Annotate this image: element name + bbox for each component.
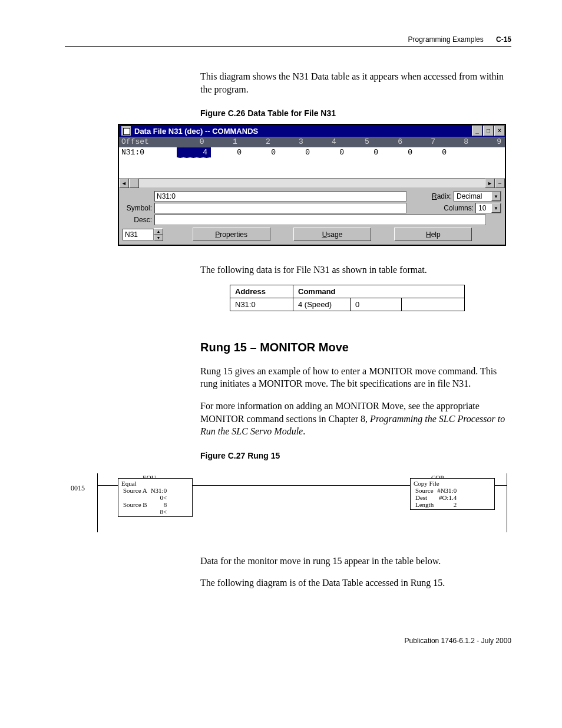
symbol-label: Symbol:: [123, 204, 154, 212]
para1: Rung 15 gives an example of how to enter…: [200, 365, 511, 390]
after-fig26-text: The following data is for File N31 as sh…: [200, 263, 511, 276]
header-section: Programming Examples: [408, 35, 484, 44]
window-title: Data File N31 (dec) -- COMMANDS: [133, 127, 471, 136]
grid-cell-selected[interactable]: 4: [177, 147, 211, 158]
symbol-field[interactable]: [154, 203, 406, 213]
desc-field[interactable]: [154, 215, 486, 225]
command-table: Address Command N31:0 4 (Speed) 0: [230, 285, 465, 311]
dropdown-arrow-icon: ▼: [491, 192, 501, 201]
grid-body: N31:0 4 0 0 0 0 0 0 0: [119, 147, 505, 178]
intro-text: This diagram shows the N31 Data table as…: [200, 70, 511, 95]
table-row: N31:0 4 (Speed) 0: [230, 298, 465, 311]
spin-up-icon[interactable]: ▲: [154, 228, 163, 235]
th-command: Command: [293, 285, 465, 298]
desc-label: Desc:: [123, 216, 154, 224]
figure-c27-caption: Figure C.27 Rung 15: [200, 451, 511, 460]
window-titlebar: Data File N31 (dec) -- COMMANDS _ □ ×: [119, 125, 505, 137]
section-heading: Rung 15 – MONITOR Move: [200, 341, 511, 354]
minimize-button[interactable]: _: [472, 126, 482, 136]
data-file-window: Data File N31 (dec) -- COMMANDS _ □ × Of…: [118, 124, 506, 246]
address-field[interactable]: N31:0: [154, 191, 406, 202]
equ-block: Equal Source AN31:0 0< Source B8 8<: [118, 478, 193, 517]
spin-down-icon[interactable]: ▼: [154, 235, 163, 241]
header-pagenum: C-15: [496, 35, 511, 44]
scroll-right-button[interactable]: ►: [485, 179, 495, 188]
close-button[interactable]: ×: [494, 126, 505, 136]
figure-c26-caption: Figure C.26 Data Table for File N31: [200, 108, 511, 118]
left-rail: [97, 473, 98, 532]
para2: For more information on adding an MONITO…: [200, 400, 511, 438]
page-header: Programming Examples C-15: [65, 35, 511, 47]
after-ladder-2: The following diagram is of the Data Tab…: [200, 577, 511, 589]
scroll-left-button[interactable]: ◄: [119, 179, 129, 188]
rung-number: 0015: [71, 484, 85, 493]
maximize-button[interactable]: □: [483, 126, 494, 136]
after-ladder-1: Data for the monitor move in rung 15 app…: [200, 555, 511, 568]
horizontal-scrollbar[interactable]: ◄ ► –: [119, 178, 505, 188]
grid-header-row: Offset 0 1 2 3 4 5 6 7 8 9: [119, 137, 505, 147]
cop-block: Copy File Source#N31:0 Dest#O:1.4 Length…: [410, 478, 495, 510]
right-rail: [507, 473, 507, 532]
file-field[interactable]: N31: [123, 229, 154, 241]
window-icon: [121, 126, 131, 136]
th-address: Address: [230, 285, 293, 298]
columns-select[interactable]: 10 ▼: [475, 203, 501, 213]
usage-button[interactable]: Usage: [293, 228, 371, 241]
scroll-track[interactable]: [139, 179, 485, 187]
radix-label: Radix:: [432, 192, 454, 200]
page-footer: Publication 1746-6.1.2 - July 2000: [65, 637, 511, 645]
ladder-diagram: 0015 EQU Equal Source AN31:0 0< Source B…: [65, 466, 511, 543]
row-label: N31:0: [119, 147, 177, 158]
file-spinner[interactable]: ▲ ▼: [154, 228, 163, 241]
radix-select[interactable]: Decimal ▼: [454, 191, 501, 202]
scroll-extra-button[interactable]: –: [495, 179, 505, 188]
grid-header-offset: Offset: [119, 137, 175, 147]
properties-button[interactable]: Properties: [193, 228, 270, 241]
grid-row: N31:0 4 0 0 0 0 0 0 0: [119, 147, 505, 158]
scroll-thumb[interactable]: [129, 179, 139, 188]
help-button[interactable]: Help: [394, 228, 472, 241]
columns-label: Columns:: [444, 204, 475, 212]
dropdown-arrow-icon: ▼: [491, 203, 501, 213]
